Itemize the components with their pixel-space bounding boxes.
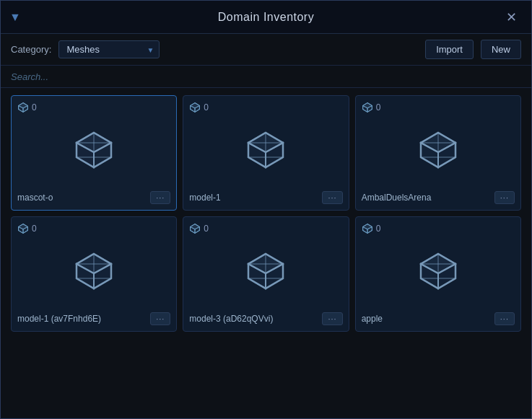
card-footer: apple ··· bbox=[362, 312, 515, 325]
mesh-icon-small bbox=[189, 223, 201, 234]
search-input[interactable] bbox=[11, 71, 521, 82]
card-menu-button[interactable]: ··· bbox=[322, 312, 342, 325]
card-footer: model-1 ··· bbox=[189, 191, 342, 204]
import-button[interactable]: Import bbox=[425, 40, 474, 59]
card-preview bbox=[362, 116, 515, 187]
item-grid: 0 mascot-o ··· 0 bbox=[11, 95, 521, 332]
card-footer: AmbalDuelsArena ··· bbox=[362, 191, 515, 204]
mesh-icon-small bbox=[189, 102, 201, 113]
category-label: Category: bbox=[11, 44, 51, 55]
card-count: 0 bbox=[376, 224, 381, 234]
card-top: 0 bbox=[189, 102, 342, 113]
card-menu-button[interactable]: ··· bbox=[322, 191, 342, 204]
card-preview bbox=[189, 116, 342, 187]
category-select-wrapper[interactable]: Meshes Textures Materials Scripts Sounds bbox=[58, 40, 160, 58]
card-menu-button[interactable]: ··· bbox=[494, 312, 515, 325]
card-count: 0 bbox=[204, 102, 209, 113]
mesh-icon-small bbox=[362, 223, 373, 234]
card-footer: model-3 (aD62qQVvi) ··· bbox=[189, 312, 342, 325]
window-title: Domain Inventory bbox=[218, 11, 314, 24]
mesh-icon-large bbox=[243, 127, 289, 176]
card-name: model-1 bbox=[189, 193, 220, 204]
card-menu-button[interactable]: ··· bbox=[494, 191, 515, 204]
mesh-icon-large bbox=[71, 127, 117, 176]
title-bar: ▼ Domain Inventory ✕ bbox=[1, 1, 531, 34]
card-menu-button[interactable]: ··· bbox=[150, 191, 170, 204]
mesh-icon-large bbox=[415, 248, 461, 297]
card-top: 0 bbox=[189, 223, 342, 234]
mesh-icon-large bbox=[71, 248, 117, 297]
grid-item-2[interactable]: 0 model-1 ··· bbox=[183, 95, 349, 211]
card-footer: model-1 (av7Fnhd6E) ··· bbox=[17, 312, 170, 325]
title-bar-left: ▼ bbox=[9, 11, 21, 24]
grid-area: 0 mascot-o ··· 0 bbox=[1, 88, 531, 418]
card-count: 0 bbox=[376, 102, 381, 113]
mesh-icon-small bbox=[362, 102, 373, 113]
grid-item-5[interactable]: 0 model-3 (aD62qQVvi) ··· bbox=[183, 216, 349, 332]
card-top: 0 bbox=[362, 223, 515, 234]
card-preview bbox=[189, 237, 342, 308]
mesh-icon-large bbox=[243, 248, 289, 297]
card-name: model-1 (av7Fnhd6E) bbox=[17, 314, 101, 325]
card-preview bbox=[362, 237, 515, 308]
card-top: 0 bbox=[362, 102, 515, 113]
search-bar bbox=[1, 66, 531, 88]
card-name: AmbalDuelsArena bbox=[362, 193, 432, 204]
main-window: ▼ Domain Inventory ✕ Category: Meshes Te… bbox=[0, 0, 532, 419]
card-name: apple bbox=[362, 314, 383, 325]
card-top: 0 bbox=[17, 102, 170, 113]
card-footer: mascot-o ··· bbox=[17, 191, 170, 204]
close-button[interactable]: ✕ bbox=[500, 8, 523, 27]
card-name: model-3 (aD62qQVvi) bbox=[189, 314, 273, 325]
card-menu-button[interactable]: ··· bbox=[150, 312, 170, 325]
toolbar: Category: Meshes Textures Materials Scri… bbox=[1, 34, 531, 66]
grid-item-4[interactable]: 0 model-1 (av7Fnhd6E) ··· bbox=[11, 216, 177, 332]
mesh-icon-small bbox=[17, 102, 29, 113]
card-count: 0 bbox=[32, 102, 37, 113]
chevron-down-icon: ▼ bbox=[9, 11, 21, 24]
category-select[interactable]: Meshes Textures Materials Scripts Sounds bbox=[58, 40, 160, 58]
mesh-icon-large bbox=[415, 127, 461, 176]
card-name: mascot-o bbox=[17, 193, 53, 204]
grid-item-1[interactable]: 0 mascot-o ··· bbox=[11, 95, 177, 211]
new-button[interactable]: New bbox=[481, 40, 521, 59]
card-top: 0 bbox=[17, 223, 170, 234]
grid-item-6[interactable]: 0 apple ··· bbox=[355, 216, 521, 332]
card-preview bbox=[17, 116, 170, 187]
grid-item-3[interactable]: 0 AmbalDuelsArena ··· bbox=[355, 95, 521, 211]
card-count: 0 bbox=[32, 224, 37, 234]
mesh-icon-small bbox=[17, 223, 29, 234]
card-count: 0 bbox=[204, 224, 209, 234]
card-preview bbox=[17, 237, 170, 308]
